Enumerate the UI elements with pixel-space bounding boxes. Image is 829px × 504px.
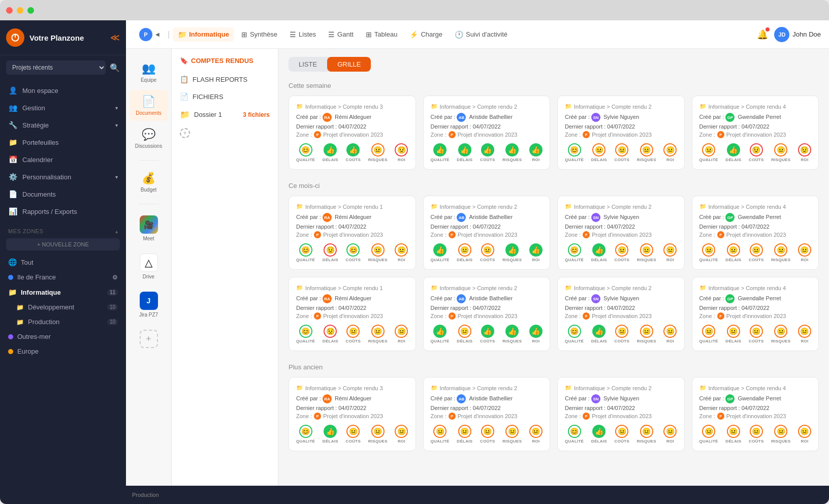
close-button[interactable]	[6, 7, 13, 14]
folder-icon: 📁	[565, 385, 572, 391]
indicator-label: COÛTS	[480, 439, 495, 444]
indicator-risques: 😐 RISQUES	[771, 143, 790, 162]
table-row[interactable]: 📁 Informatique > Compte rendu 4 Créé par…	[692, 377, 819, 451]
card-creator: Créé par : GP Gwendalle Perret	[699, 113, 812, 122]
app-body: Votre Planzone ≪ Projets récents 🔍 👤 Mon…	[0, 20, 829, 504]
indicator-coûts: 😐 COÛTS	[615, 425, 630, 444]
sidebar-zone-outres-mer[interactable]: Outres-mer	[0, 329, 126, 344]
liste-view-button[interactable]: LISTE	[289, 57, 327, 72]
card-indicators: 👍 QUALITÉ 👍 DÉLAIS 👍 COÛTS 👍	[431, 143, 543, 162]
table-row[interactable]: 📁 Informatique > Compte rendu 1 Créé par…	[289, 277, 416, 351]
indicator-roi: 😐 ROI	[798, 325, 811, 343]
add-integration-icon: +	[140, 330, 158, 348]
tab-suivi[interactable]: 🕐 Suivi d'activité	[450, 27, 513, 42]
table-row[interactable]: 📁 Informatique > Compte rendu 2 Créé par…	[423, 196, 551, 270]
table-row[interactable]: 📁 Informatique > Compte rendu 3 Créé par…	[289, 377, 416, 451]
indicator-risques: 😐 RISQUES	[502, 425, 522, 444]
left-panel-add-integration[interactable]: +	[130, 325, 168, 353]
middle-nav-fichiers[interactable]: 📄 FICHIERS	[172, 88, 278, 105]
sidebar-zone-ile-de-france[interactable]: Ile de France ⚙	[0, 270, 126, 285]
zone-icon: P	[449, 131, 456, 138]
sidebar-item-gestion[interactable]: 👥 Gestion ▾	[0, 99, 126, 116]
indicator-risques: 😐 RISQUES	[368, 243, 388, 262]
left-panel-equipe[interactable]: 👥 Equipe	[130, 57, 168, 88]
table-row[interactable]: 📁 Informatique > Compte rendu 4 Créé par…	[692, 96, 819, 170]
indicator-roi: 👍 ROI	[529, 243, 543, 262]
indicator-label: ROI	[532, 439, 539, 444]
sidebar-zone-developpement[interactable]: 📁 Développement 10	[0, 300, 126, 314]
sidebar-zone-informatique[interactable]: 📁 Informatique 11	[0, 285, 126, 300]
creator-name: Gwendalle Perret	[738, 395, 781, 401]
add-dossier-button[interactable]: +	[172, 124, 278, 142]
sidebar-collapse-icon[interactable]: ≪	[110, 32, 120, 43]
card-zone: Zone : P Projet d'innovation 2023	[431, 413, 543, 420]
indicator-risques: 😐 RISQUES	[771, 243, 790, 262]
left-panel-discussions[interactable]: 💬 Discussions	[130, 123, 168, 154]
tab-informatique[interactable]: 📁 Informatique	[173, 27, 234, 42]
card-indicators: 👍 QUALITÉ 😐 DÉLAIS 👍 COÛTS 👍	[431, 325, 543, 343]
drive-icon: △	[140, 254, 158, 272]
table-row[interactable]: 📁 Informatique > Compte rendu 2 Créé par…	[557, 196, 685, 270]
maximize-button[interactable]	[27, 7, 34, 14]
indicator-qualité: 😐 QUALITÉ	[699, 243, 718, 262]
tab-listes[interactable]: ☰ Listes	[284, 27, 321, 42]
sidebar-zone-tout[interactable]: 🌐 Tout	[0, 255, 126, 270]
table-row[interactable]: 📁 Informatique > Compte rendu 4 Créé par…	[692, 196, 819, 270]
left-panel-budget[interactable]: 💰 Budget	[130, 167, 168, 198]
grille-view-button[interactable]: GRILLE	[327, 57, 371, 72]
new-zone-button[interactable]: + NOUVELLE ZONE	[6, 238, 120, 250]
zone-name: Projet d'innovation 2023	[323, 232, 383, 238]
indicator-label: DÉLAIS	[591, 339, 607, 343]
table-row[interactable]: 📁 Informatique > Compte rendu 2 Créé par…	[557, 96, 685, 170]
folder-tab-icon: 📁	[178, 30, 186, 39]
creator-name: Rémi Aldeguer	[335, 114, 371, 120]
project-select[interactable]: Projets récents	[6, 60, 106, 75]
sidebar-item-personnalisation[interactable]: ⚙️ Personnalisation ▾	[0, 168, 126, 185]
table-row[interactable]: 📁 Informatique > Compte rendu 2 Créé par…	[557, 377, 685, 451]
sidebar-zone-europe[interactable]: Europe	[0, 344, 126, 359]
tableau-tab-icon: ⊞	[366, 30, 372, 39]
avatar: GP	[725, 394, 735, 403]
table-row[interactable]: 📁 Informatique > Compte rendu 2 Créé par…	[557, 277, 685, 351]
tab-gantt[interactable]: ☰ Gantt	[323, 27, 359, 42]
table-row[interactable]: 📁 Informatique > Compte rendu 3 Créé par…	[289, 96, 416, 170]
sidebar-item-strategie[interactable]: 🔧 Stratégie ▾	[0, 116, 126, 134]
card-zone: Zone : P Projet d'innovation 2023	[296, 413, 408, 420]
dossier-1-item[interactable]: 📁 Dossier 1 3 fichiers	[172, 105, 278, 124]
table-row[interactable]: 📁 Informatique > Compte rendu 1 Créé par…	[289, 196, 416, 270]
search-icon[interactable]: 🔍	[110, 63, 120, 73]
tab-tableau[interactable]: ⊞ Tableau	[361, 27, 403, 42]
table-row[interactable]: 📁 Informatique > Compte rendu 2 Créé par…	[423, 377, 551, 451]
left-panel-meet[interactable]: 🎥 Meet	[130, 210, 168, 246]
table-row[interactable]: 📁 Informatique > Compte rendu 2 Créé par…	[423, 96, 551, 170]
subfolder-icon: 📁	[16, 304, 24, 311]
left-panel-drive[interactable]: △ Drive	[130, 248, 168, 285]
indicator-qualité: 👍 QUALITÉ	[431, 243, 450, 262]
sidebar-zone-production[interactable]: 📁 Production 10	[0, 314, 126, 329]
sidebar-item-rapports[interactable]: 📊 Rapports / Exports	[0, 203, 126, 220]
tab-charge[interactable]: ⚡ Charge	[404, 27, 448, 42]
sidebar-item-documents[interactable]: 📄 Documents	[0, 185, 126, 203]
zone-icon: P	[449, 413, 456, 420]
notification-button[interactable]: 🔔	[757, 29, 768, 40]
documents-label: Documents	[136, 110, 162, 116]
left-panel-jira[interactable]: J Jira PZ7	[130, 287, 168, 323]
left-panel-documents[interactable]: 📄 Documents	[130, 90, 168, 121]
user-menu[interactable]: JD John Doe	[774, 27, 821, 42]
middle-nav-flash-reports[interactable]: 📋 FLASH REPORTS	[172, 71, 278, 88]
tab-synthese[interactable]: ⊞ Synthèse	[236, 27, 282, 42]
minimize-button[interactable]	[17, 7, 23, 14]
indicator-risques: 😐 RISQUES	[637, 325, 656, 343]
zone-name: Projet d'innovation 2023	[458, 132, 518, 138]
folder-icon: 📁	[431, 103, 438, 110]
sidebar-item-portefeuilles[interactable]: 📁 Portefeuilles	[0, 134, 126, 151]
project-nav[interactable]: P ◀	[134, 25, 165, 44]
sidebar-item-mon-espace[interactable]: 👤 Mon espace	[0, 82, 126, 99]
table-row[interactable]: 📁 Informatique > Compte rendu 2 Créé par…	[423, 277, 551, 351]
sidebar-item-calendrier[interactable]: 📅 Calendrier	[0, 151, 126, 168]
path-text: Informatique > Compte rendu 2	[440, 385, 518, 391]
indicator-label: ROI	[398, 439, 405, 444]
card-creator: Créé par : AB Aristide Bathellier	[431, 113, 543, 122]
card-path: 📁 Informatique > Compte rendu 1	[296, 285, 408, 291]
table-row[interactable]: 📁 Informatique > Compte rendu 4 Créé par…	[692, 277, 819, 351]
